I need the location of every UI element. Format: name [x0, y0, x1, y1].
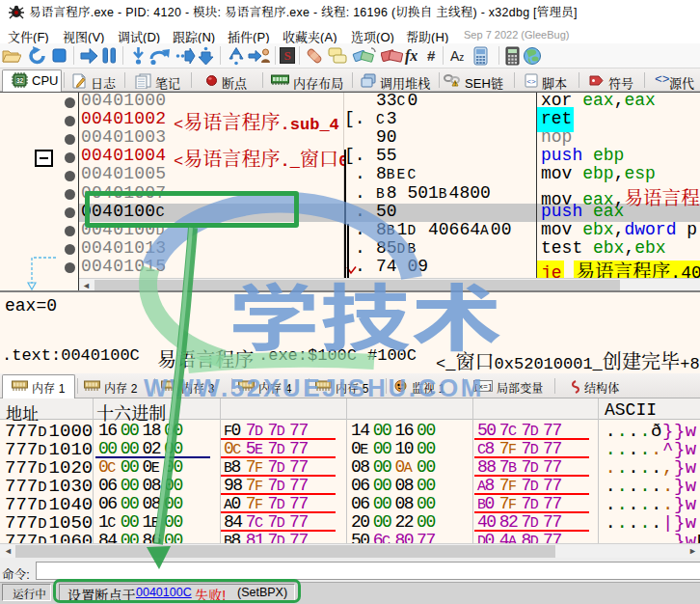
svg-text:[x=]: [x=] [473, 382, 492, 391]
svg-text:<>: <> [526, 77, 536, 86]
svg-text:S: S [283, 48, 290, 63]
svg-text:32: 32 [16, 77, 24, 84]
